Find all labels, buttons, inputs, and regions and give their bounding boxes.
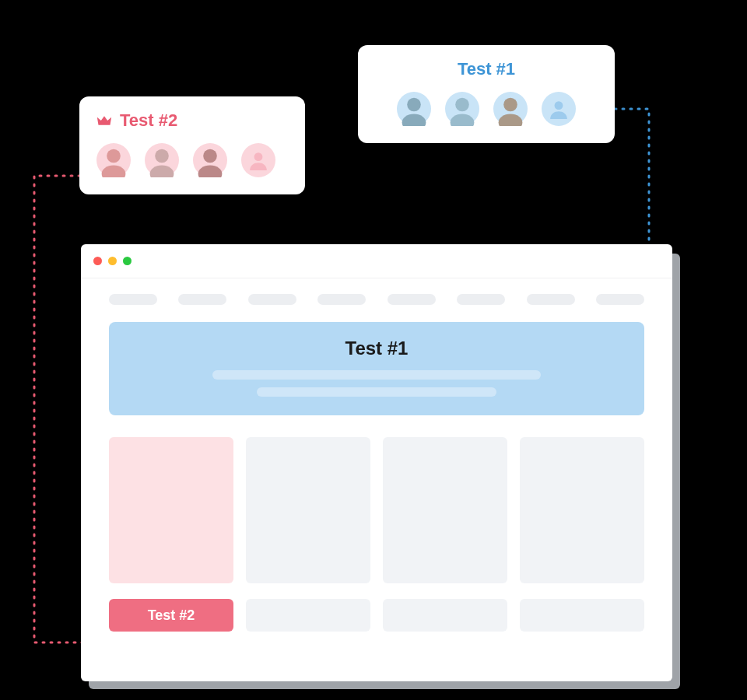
crown-icon bbox=[96, 114, 112, 127]
content-tile-highlight[interactable] bbox=[109, 437, 233, 583]
skeleton-line bbox=[257, 387, 496, 397]
window-minimize-icon[interactable] bbox=[108, 257, 117, 265]
hero-title: Test #1 bbox=[128, 338, 626, 359]
svg-point-3 bbox=[102, 166, 126, 177]
svg-point-11 bbox=[455, 98, 469, 112]
window-close-icon[interactable] bbox=[93, 257, 102, 265]
avatar bbox=[145, 143, 179, 177]
card-title: Test #2 bbox=[120, 110, 177, 131]
nav-tab[interactable] bbox=[248, 294, 296, 305]
nav-tabs bbox=[109, 294, 644, 305]
svg-point-6 bbox=[203, 149, 217, 163]
svg-point-7 bbox=[198, 166, 223, 177]
avatar bbox=[193, 143, 227, 177]
content-tile[interactable] bbox=[383, 437, 507, 583]
skeleton-line bbox=[212, 370, 541, 380]
avatar bbox=[493, 92, 528, 126]
svg-point-13 bbox=[503, 98, 517, 112]
avatar-row bbox=[96, 143, 288, 177]
bottom-chip[interactable] bbox=[383, 599, 507, 632]
avatar-placeholder-icon[interactable] bbox=[241, 143, 275, 177]
variant-button-test2[interactable]: Test #2 bbox=[109, 599, 233, 632]
variant-card-test1: Test #1 bbox=[358, 45, 615, 143]
svg-point-5 bbox=[150, 166, 174, 177]
bottom-chip[interactable] bbox=[246, 599, 370, 632]
card-title: Test #1 bbox=[375, 59, 598, 79]
window-zoom-icon[interactable] bbox=[123, 257, 132, 265]
svg-point-4 bbox=[155, 149, 169, 163]
nav-tab[interactable] bbox=[527, 294, 575, 305]
variant-button-label: Test #2 bbox=[148, 607, 195, 624]
svg-point-15 bbox=[555, 101, 563, 110]
content-tile[interactable] bbox=[246, 437, 370, 583]
nav-tab[interactable] bbox=[457, 294, 505, 305]
nav-tab[interactable] bbox=[109, 294, 157, 305]
browser-window: Test #1 Test #2 bbox=[81, 244, 672, 681]
window-titlebar bbox=[81, 244, 672, 278]
avatar bbox=[445, 92, 479, 126]
content-tile[interactable] bbox=[520, 437, 644, 583]
svg-point-8 bbox=[254, 152, 263, 161]
nav-tab[interactable] bbox=[317, 294, 366, 305]
svg-point-9 bbox=[407, 98, 421, 112]
bottom-row: Test #2 bbox=[109, 599, 644, 632]
svg-point-14 bbox=[499, 114, 523, 126]
svg-point-12 bbox=[451, 114, 475, 126]
nav-tab[interactable] bbox=[596, 294, 644, 305]
variant-card-test2: Test #2 bbox=[79, 96, 305, 194]
svg-point-2 bbox=[107, 149, 121, 163]
hero-banner-test1: Test #1 bbox=[109, 322, 644, 415]
avatar bbox=[96, 143, 131, 177]
nav-tab[interactable] bbox=[388, 294, 436, 305]
svg-point-10 bbox=[402, 114, 426, 126]
avatar-placeholder-icon[interactable] bbox=[542, 92, 576, 126]
nav-tab[interactable] bbox=[178, 294, 226, 305]
bottom-chip[interactable] bbox=[520, 599, 644, 632]
avatar-row bbox=[375, 92, 598, 126]
content-grid bbox=[109, 437, 644, 583]
avatar bbox=[397, 92, 431, 126]
